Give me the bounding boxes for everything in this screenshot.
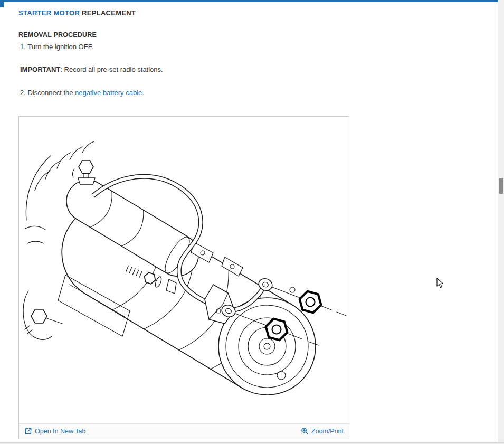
starter-motor-illustration <box>19 117 349 423</box>
step-2-number: 2. <box>20 89 26 97</box>
page-title: STARTER MOTOR REPLACEMENT <box>18 9 351 17</box>
left-mounting-bolt <box>23 291 62 339</box>
page-title-primary: STARTER MOTOR <box>18 9 80 17</box>
arrow-cursor-icon <box>436 278 444 289</box>
figure-panel: Open In New Tab Zoom/Print <box>18 116 349 439</box>
important-note: IMPORTANT: Record all pre-set radio stat… <box>18 65 351 74</box>
step-1: 1. Turn the ignition OFF. <box>18 43 351 52</box>
top-hex-bolt <box>72 160 95 185</box>
top-accent-bar <box>0 0 498 2</box>
zoom-print-link[interactable]: Zoom/Print <box>301 427 344 435</box>
starter-motor-diagram <box>19 117 349 423</box>
important-text: : Record all pre-set radio stations. <box>60 65 163 73</box>
step-2-prefix: Disconnect the <box>27 89 75 97</box>
step-2-suffix: . <box>142 89 144 97</box>
article-content: STARTER MOTOR REPLACEMENT REMOVAL PROCED… <box>18 9 351 439</box>
open-in-new-tab-link[interactable]: Open In New Tab <box>24 427 85 435</box>
step-2: 2. Disconnect the negative battery cable… <box>18 89 351 98</box>
step-1-text: Turn the ignition OFF. <box>27 43 93 51</box>
open-in-new-tab-icon <box>24 427 32 435</box>
step-1-number: 1. <box>20 43 26 51</box>
important-label: IMPORTANT <box>20 65 60 73</box>
mounting-nut-2 <box>300 291 321 313</box>
top-accent-tab <box>0 0 4 7</box>
figure-footer: Open In New Tab Zoom/Print <box>19 423 349 439</box>
scrollbar-thumb[interactable] <box>499 178 503 194</box>
mounting-nut-1 <box>266 318 288 340</box>
section-heading: REMOVAL PROCEDURE <box>18 31 351 39</box>
zoom-in-icon <box>301 427 309 435</box>
negative-battery-cable-link[interactable]: negative battery cable <box>75 89 142 97</box>
open-in-new-tab-label: Open In New Tab <box>35 428 85 435</box>
page-title-secondary: REPLACEMENT <box>80 9 136 17</box>
vertical-scrollbar[interactable] <box>498 0 504 442</box>
zoom-print-label: Zoom/Print <box>311 428 344 435</box>
